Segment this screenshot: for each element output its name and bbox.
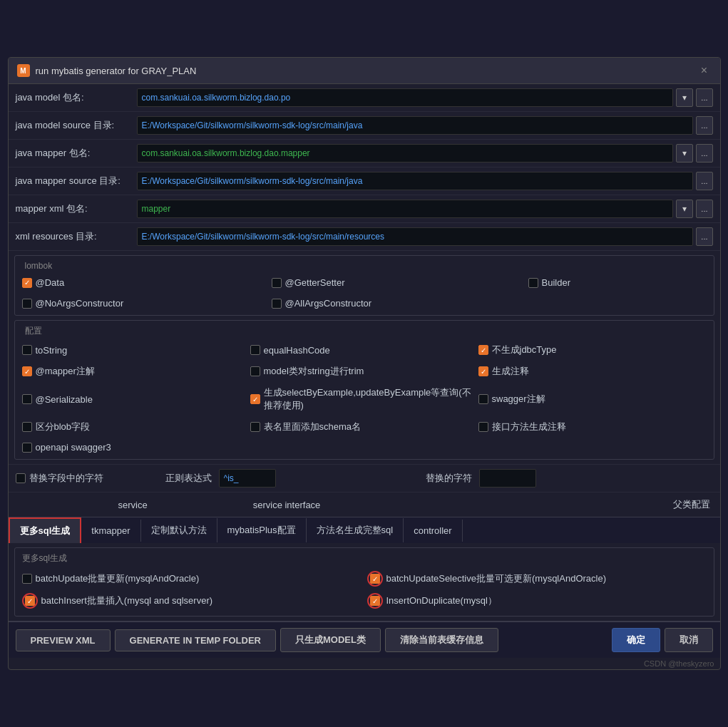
dialog-footer: PREVIEW XML GENERATE IN TEMP FOLDER 只生成M… — [9, 621, 720, 658]
mapper-xml-package-browse[interactable]: ... — [696, 200, 712, 218]
lombok-data-item[interactable]: @Data — [22, 275, 165, 290]
batch-update-item[interactable]: batchUpdate批量更新(mysqlAndOracle) — [22, 570, 362, 587]
lombok-noargs-item[interactable]: @NoArgsConstructor — [22, 296, 165, 311]
tab-tkmapper[interactable]: tkmapper — [81, 520, 140, 542]
java-model-package-input[interactable] — [137, 88, 674, 107]
java-mapper-package-dropdown[interactable]: ▾ — [676, 144, 693, 163]
java-model-source-browse[interactable]: ... — [696, 116, 712, 135]
cancel-button[interactable]: 取消 — [665, 628, 713, 652]
config-tostring[interactable]: toString — [22, 341, 250, 359]
config-swagger[interactable]: swagger注解 — [478, 384, 707, 414]
tab-custom-methods[interactable]: 定制默认方法 — [141, 518, 217, 542]
tab-mybatisplus[interactable]: mybatisPlus配置 — [217, 518, 307, 542]
tab-more-sql[interactable]: 更多sql生成 — [9, 517, 82, 543]
java-model-package-browse[interactable]: ... — [696, 88, 712, 107]
config-schema-cb[interactable] — [250, 422, 260, 432]
java-mapper-source-input[interactable] — [137, 172, 694, 190]
config-tostring-cb[interactable] — [22, 345, 32, 355]
lombok-noargs-checkbox[interactable] — [22, 299, 32, 309]
config-gen-comment[interactable]: 生成注释 — [478, 363, 707, 380]
lombok-builder-checkbox[interactable] — [528, 278, 538, 288]
close-button[interactable]: × — [697, 63, 712, 78]
batch-insert-item[interactable]: batchInsert批量插入(mysql and sqlserver) — [22, 593, 362, 609]
config-string-trim[interactable]: model类对string进行trim — [250, 363, 478, 380]
batch-update-selective-circle — [367, 571, 383, 587]
watermark: CSDN @theskyzero — [9, 658, 720, 669]
tab-controller[interactable]: controller — [404, 520, 462, 542]
title-bar: M run mybatis generator for GRAY_PLAN × — [9, 58, 720, 84]
config-nojdbctype[interactable]: 不生成jdbcType — [478, 341, 707, 359]
config-section-title: 配置 — [22, 325, 45, 337]
clear-cache-button[interactable]: 清除当前表缓存信息 — [385, 628, 498, 652]
lombok-getter-checkbox[interactable] — [272, 278, 282, 288]
lombok-builder-label: Builder — [542, 277, 570, 288]
config-blob-cb[interactable] — [22, 422, 32, 432]
generate-temp-button[interactable]: GENERATE IN TEMP FOLDER — [115, 629, 276, 651]
config-interface-comment[interactable]: 接口方法生成注释 — [478, 418, 707, 435]
lombok-checkbox-grid: @Data @GetterSetter Builder @NoArgsConst… — [22, 275, 707, 311]
nav-service[interactable]: service — [116, 498, 150, 512]
java-model-source-label: java model source 目录: — [16, 119, 137, 132]
xml-resources-browse[interactable]: ... — [696, 227, 712, 246]
batch-update-selective-item[interactable]: batchUpdateSelective批量可选更新(mysqlAndOracl… — [367, 570, 707, 587]
java-model-source-input-wrap: ... — [137, 116, 713, 135]
config-nojdbctype-cb[interactable] — [478, 345, 488, 355]
config-equalhashcode[interactable]: equalHashCode — [250, 341, 478, 359]
replace-char-input[interactable] — [479, 469, 536, 488]
java-model-package-dropdown[interactable]: ▾ — [676, 88, 693, 107]
lombok-allargs-checkbox[interactable] — [272, 299, 282, 309]
more-sql-section: 更多sql生成 batchUpdate批量更新(mysqlAndOracle) … — [14, 547, 714, 617]
more-sql-title: 更多sql生成 — [22, 552, 707, 564]
nav-service-interface[interactable]: service interface — [250, 498, 324, 512]
config-equalhashcode-cb[interactable] — [250, 345, 260, 355]
tab-full-sql[interactable]: 方法名生成完整sql — [307, 518, 404, 542]
replace-label: 替换字段中的字符 — [29, 472, 103, 485]
preview-xml-button[interactable]: PREVIEW XML — [16, 629, 111, 651]
replace-checkbox[interactable] — [16, 473, 26, 483]
lombok-allargs-item[interactable]: @AllArgsConstructor — [272, 296, 414, 311]
java-model-source-row: java model source 目录: ... — [9, 112, 720, 140]
java-mapper-package-browse[interactable]: ... — [696, 144, 712, 163]
xml-resources-input[interactable] — [137, 227, 694, 246]
lombok-getter-label: @GetterSetter — [285, 277, 345, 288]
nav-parent-config[interactable]: 父类配置 — [670, 497, 713, 512]
config-openapi[interactable]: openapi swagger3 — [22, 440, 250, 455]
config-mapper-annotation-cb[interactable] — [22, 366, 32, 376]
java-mapper-source-browse[interactable]: ... — [696, 172, 712, 190]
java-mapper-package-input[interactable] — [137, 144, 674, 163]
config-serializable[interactable]: @Serializable — [22, 384, 250, 414]
java-model-source-input[interactable] — [137, 116, 694, 135]
config-mapper-annotation[interactable]: @mapper注解 — [22, 363, 250, 380]
batch-insert-cb[interactable] — [25, 596, 35, 606]
insert-on-duplicate-circle — [367, 593, 383, 609]
insert-on-duplicate-item[interactable]: InsertOnDuplicate(mysql） — [367, 593, 707, 609]
mapper-xml-package-dropdown[interactable]: ▾ — [676, 200, 693, 218]
config-interface-comment-cb[interactable] — [478, 422, 488, 432]
model-only-button[interactable]: 只生成MODEL类 — [280, 628, 381, 652]
regex-label: 正则表达式 — [165, 472, 212, 485]
mapper-xml-package-label: mapper xml 包名: — [16, 202, 137, 215]
config-gen-example[interactable]: 生成selectByExample,updateByExample等查询(不推荐… — [250, 384, 478, 414]
insert-on-duplicate-cb[interactable] — [370, 596, 380, 606]
config-serializable-cb[interactable] — [22, 394, 32, 404]
replace-checkbox-item[interactable]: 替换字段中的字符 — [16, 470, 158, 487]
config-gen-example-cb[interactable] — [250, 394, 260, 404]
batch-update-selective-cb[interactable] — [370, 574, 380, 584]
lombok-data-checkbox[interactable] — [22, 278, 32, 288]
regex-input[interactable] — [219, 469, 276, 488]
batch-update-cb[interactable] — [22, 574, 32, 584]
java-model-package-label: java model 包名: — [16, 91, 137, 104]
config-blob[interactable]: 区分blob字段 — [22, 418, 250, 435]
mapper-xml-package-input[interactable] — [137, 200, 674, 218]
confirm-button[interactable]: 确定 — [612, 628, 660, 652]
config-gen-comment-cb[interactable] — [478, 366, 488, 376]
lombok-builder-item[interactable]: Builder — [528, 275, 657, 290]
lombok-getter-item[interactable]: @GetterSetter — [272, 275, 443, 290]
config-swagger-cb[interactable] — [478, 394, 488, 404]
config-string-trim-cb[interactable] — [250, 366, 260, 376]
lombok-section-title: lombok — [22, 261, 56, 271]
lombok-noargs-label: @NoArgsConstructor — [36, 298, 124, 309]
xml-resources-input-wrap: ... — [137, 227, 713, 246]
config-openapi-cb[interactable] — [22, 443, 32, 453]
config-schema[interactable]: 表名里面添加schema名 — [250, 418, 478, 435]
